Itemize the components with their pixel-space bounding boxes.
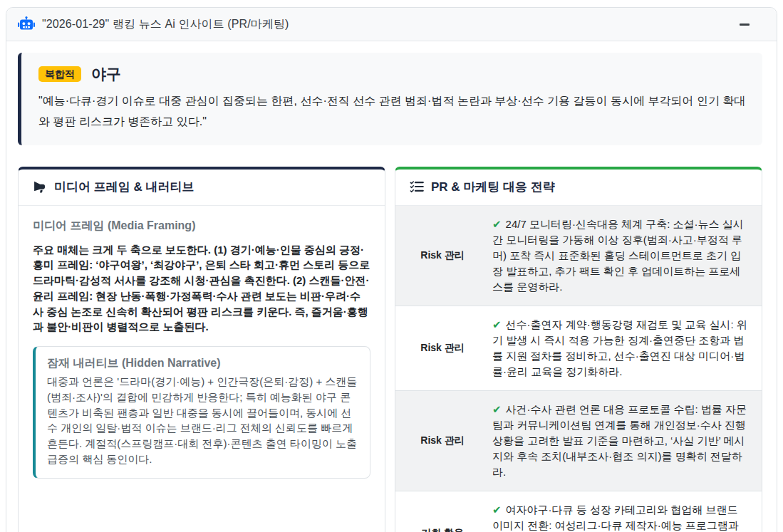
strategy-row-text: ✔선수·출연자 계약·행동강령 재검토 및 교육 실시: 위기 발생 시 즉시 … xyxy=(489,306,762,390)
megaphone-icon xyxy=(33,179,47,194)
strategy-row-label: Risk 관리 xyxy=(395,306,489,390)
strategy-row: Risk 관리 ✔선수·출연자 계약·행동강령 재검토 및 교육 실시: 위기 … xyxy=(395,306,762,391)
hidden-narrative-heading: 잠재 내러티브 (Hidden Narrative) xyxy=(47,356,358,371)
insight-panel: "2026-01-29" 랭킹 뉴스 Ai 인사이트 (PR/마케팅) 복합적 … xyxy=(6,7,777,532)
strategy-row-label: Risk 관리 xyxy=(395,391,489,491)
media-framing-heading: 미디어 프레임 (Media Framing) xyxy=(33,219,370,234)
media-framing-text: 주요 매체는 크게 두 축으로 보도한다. (1) 경기·예능·인물 중심의 긍… xyxy=(33,242,370,335)
list-check-icon xyxy=(410,179,424,194)
hidden-narrative-text: 대중과 언론은 '드라마(경기·예능) + 인간극장(은퇴·감정) + 스캔들(… xyxy=(47,374,358,467)
content-columns: 미디어 프레임 & 내러티브 미디어 프레임 (Media Framing) 주… xyxy=(18,167,762,532)
panel-header: "2026-01-29" 랭킹 뉴스 Ai 인사이트 (PR/마케팅) xyxy=(6,8,777,41)
topic-title: 야구 xyxy=(91,64,121,84)
strategy-row-text: ✔여자야구·다큐 등 성장 카테고리와 협업해 브랜드 이미지 전환: 여성리그… xyxy=(489,491,762,532)
strategy-row-label: 기회 활용 xyxy=(395,491,489,532)
check-icon: ✔ xyxy=(492,318,502,330)
strategy-row-text-body: 24/7 모니터링·신속대응 체계 구축: 소셜·뉴스 실시간 모니터링을 가동… xyxy=(492,218,744,293)
media-frame-card: 미디어 프레임 & 내러티브 미디어 프레임 (Media Framing) 주… xyxy=(18,167,385,532)
strategy-table: Risk 관리 ✔24/7 모니터링·신속대응 체계 구축: 소셜·뉴스 실시간… xyxy=(395,206,762,532)
sentiment-badge: 복합적 xyxy=(38,66,81,82)
strategy-card-header: PR & 마케팅 대응 전략 xyxy=(395,169,762,206)
strategy-row-text: ✔24/7 모니터링·신속대응 체계 구축: 소셜·뉴스 실시간 모니터링을 가… xyxy=(489,206,762,306)
strategy-row-text-body: 선수·출연자 계약·행동강령 재검토 및 교육 실시: 위기 발생 시 즉시 적… xyxy=(492,318,747,377)
strategy-row: 기회 활용 ✔여자야구·다큐 등 성장 카테고리와 협업해 브랜드 이미지 전환… xyxy=(395,491,762,532)
media-frame-card-title: 미디어 프레임 & 내러티브 xyxy=(54,179,194,195)
strategy-row-label: Risk 관리 xyxy=(395,206,489,306)
strategy-row-text: ✔사건·수사 관련 언론 대응 프로토콜 수립: 법률 자문팀과 커뮤니케이션팀… xyxy=(489,391,762,491)
check-icon: ✔ xyxy=(492,218,502,230)
collapse-button[interactable] xyxy=(737,19,752,30)
topic-summary-text: "예능·다큐·경기 이슈로 대중 관심이 집중되는 한편, 선수·전직 선수 관… xyxy=(38,91,748,132)
panel-title: "2026-01-29" 랭킹 뉴스 Ai 인사이트 (PR/마케팅) xyxy=(42,17,289,32)
check-icon: ✔ xyxy=(492,403,502,415)
panel-body: 복합적 야구 "예능·다큐·경기 이슈로 대중 관심이 집중되는 한편, 선수·… xyxy=(6,41,777,532)
strategy-row-text-body: 사건·수사 관련 언론 대응 프로토콜 수립: 법률 자문팀과 커뮤니케이션팀 … xyxy=(492,403,747,478)
hidden-narrative-box: 잠재 내러티브 (Hidden Narrative) 대중과 언론은 '드라마(… xyxy=(33,346,370,479)
strategy-row: Risk 관리 ✔사건·수사 관련 언론 대응 프로토콜 수립: 법률 자문팀과… xyxy=(395,391,762,491)
check-icon: ✔ xyxy=(492,504,502,516)
strategy-card-title: PR & 마케팅 대응 전략 xyxy=(431,179,555,195)
media-frame-card-header: 미디어 프레임 & 내러티브 xyxy=(19,169,385,206)
strategy-row-text-body: 여자야구·다큐 등 성장 카테고리와 협업해 브랜드 이미지 전환: 여성리그·… xyxy=(492,504,739,532)
minus-icon xyxy=(740,24,750,26)
robot-icon xyxy=(18,16,35,32)
strategy-card: PR & 마케팅 대응 전략 Risk 관리 ✔24/7 모니터링·신속대응 체… xyxy=(395,167,762,532)
strategy-row: Risk 관리 ✔24/7 모니터링·신속대응 체계 구축: 소셜·뉴스 실시간… xyxy=(395,206,762,306)
topic-summary-block: 복합적 야구 "예능·다큐·경기 이슈로 대중 관심이 집중되는 한편, 선수·… xyxy=(18,53,762,145)
